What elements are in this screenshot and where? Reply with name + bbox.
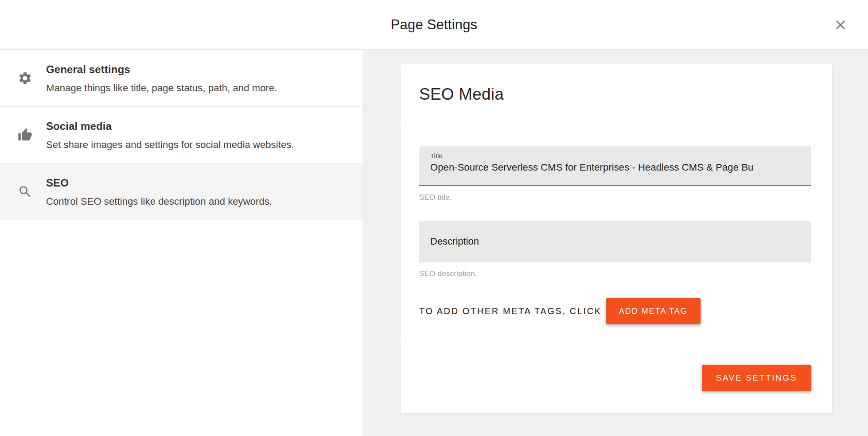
add-meta-tag-button[interactable]: ADD META TAG	[606, 298, 701, 324]
settings-sidebar: General settings Manage things like titl…	[0, 50, 362, 436]
gear-icon	[18, 71, 46, 86]
seo-description-field	[419, 221, 811, 262]
meta-tags-row: TO ADD OTHER META TAGS, CLICK ADD META T…	[419, 298, 811, 324]
meta-tags-prompt: TO ADD OTHER META TAGS, CLICK	[419, 306, 602, 316]
close-button[interactable]	[832, 16, 849, 34]
seo-title-field: Title	[419, 146, 811, 186]
sidebar-item-description: Set share images and settings for social…	[46, 139, 352, 151]
modal-title: Page Settings	[391, 17, 478, 33]
modal-header: Page Settings	[0, 0, 868, 50]
page-settings-modal: Page Settings General settings Manage th…	[0, 0, 868, 436]
seo-title-input[interactable]	[430, 162, 800, 173]
sidebar-item-general-settings[interactable]: General settings Manage things like titl…	[0, 50, 362, 107]
sidebar-item-social-media[interactable]: Social media Set share images and settin…	[0, 107, 362, 164]
sidebar-item-title: General settings	[46, 63, 352, 76]
seo-title-label: Title	[430, 152, 800, 160]
seo-description-helper: SEO description.	[419, 269, 811, 278]
sidebar-item-description: Control SEO settings like description an…	[46, 196, 352, 207]
seo-media-card: SEO Media Title SEO title. SEO descripti…	[401, 64, 832, 413]
seo-description-input[interactable]	[430, 236, 800, 247]
close-icon	[833, 18, 848, 32]
card-title: SEO Media	[419, 85, 504, 104]
settings-panel: SEO Media Title SEO title. SEO descripti…	[362, 50, 868, 436]
sidebar-item-seo[interactable]: SEO Control SEO settings like descriptio…	[0, 164, 362, 220]
sidebar-item-title: Social media	[46, 120, 352, 132]
sidebar-item-description: Manage things like title, page status, p…	[46, 82, 352, 94]
card-footer: SAVE SETTINGS	[401, 343, 832, 410]
card-header: SEO Media	[401, 64, 832, 125]
card-body: Title SEO title. SEO description. TO ADD…	[401, 125, 832, 324]
search-icon	[18, 184, 46, 199]
save-settings-button[interactable]: SAVE SETTINGS	[702, 365, 811, 391]
thumb-up-icon	[18, 128, 46, 142]
seo-title-helper: SEO title.	[419, 193, 811, 202]
sidebar-item-title: SEO	[46, 177, 352, 189]
